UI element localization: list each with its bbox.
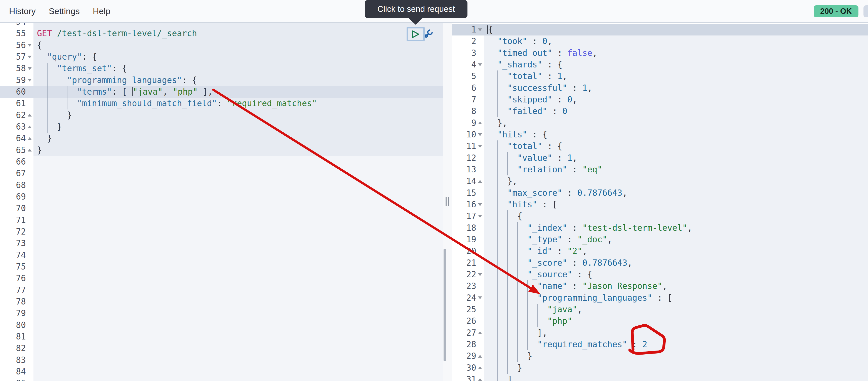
code-line-81[interactable]: 81 (0, 331, 443, 343)
code-line-6[interactable]: 6"successful" : 1, (452, 82, 868, 94)
menu-item-help[interactable]: Help (93, 6, 111, 16)
response-viewer[interactable]: 1{2"took" : 0,3"timed_out" : false,4"_sh… (452, 23, 868, 381)
code-line-84[interactable]: 84 (0, 366, 443, 378)
code-line-19[interactable]: 19"_type" : "_doc", (452, 234, 868, 245)
code-line-content[interactable]: "programming_languages": { (33, 75, 443, 86)
code-line-content[interactable] (33, 191, 443, 203)
code-line-content[interactable] (33, 284, 443, 296)
code-line-content[interactable]: "skipped" : 0, (484, 94, 868, 106)
code-line-content[interactable] (33, 296, 443, 307)
code-line-content[interactable]: "programming_languages" : [ (484, 292, 868, 304)
code-line-content[interactable]: } (33, 144, 443, 156)
code-line-content[interactable]: "_shards" : { (484, 59, 868, 70)
code-line-65[interactable]: 65} (0, 144, 443, 156)
fold-down-icon[interactable] (476, 24, 484, 35)
fold-down-icon[interactable] (26, 75, 33, 86)
code-line-13[interactable]: 13"relation" : "eq" (452, 164, 868, 175)
fold-up-icon[interactable] (26, 133, 33, 144)
code-line-content[interactable]: "required_matches" : 2 (484, 339, 868, 350)
code-line-59[interactable]: 59"programming_languages": { (0, 75, 443, 86)
code-line-content[interactable] (33, 366, 443, 378)
fold-up-icon[interactable] (476, 327, 484, 339)
code-line-85[interactable]: 85 (0, 378, 443, 381)
code-line-content[interactable] (33, 319, 443, 331)
code-line-70[interactable]: 70 (0, 203, 443, 214)
code-line-content[interactable] (33, 23, 443, 28)
fold-down-icon[interactable] (26, 39, 33, 51)
code-line-content[interactable]: "_score" : 0.7876643, (484, 257, 868, 269)
code-line-83[interactable]: 83 (0, 354, 443, 366)
code-line-content[interactable]: "hits" : { (484, 129, 868, 140)
code-line-content[interactable]: "relation" : "eq" (484, 164, 868, 175)
code-line-79[interactable]: 79 (0, 307, 443, 319)
fold-up-icon[interactable] (26, 121, 33, 133)
code-line-content[interactable]: "total" : { (484, 140, 868, 152)
code-line-69[interactable]: 69 (0, 191, 443, 203)
code-line-24[interactable]: 24"programming_languages" : [ (452, 292, 868, 304)
code-line-63[interactable]: 63} (0, 121, 443, 133)
fold-up-icon[interactable] (476, 362, 484, 374)
code-line-55[interactable]: 55GET /test-dsl-term-level/_search (0, 28, 443, 39)
code-line-content[interactable]: }, (484, 175, 868, 187)
code-line-74[interactable]: 74 (0, 250, 443, 261)
code-line-68[interactable]: 68 (0, 179, 443, 191)
code-line-content[interactable] (33, 307, 443, 319)
fold-down-icon[interactable] (476, 199, 484, 210)
code-line-25[interactable]: 25"java", (452, 304, 868, 315)
code-line-content[interactable]: "_source" : { (484, 269, 868, 280)
code-line-71[interactable]: 71 (0, 214, 443, 226)
code-line-27[interactable]: 27], (452, 327, 868, 339)
code-line-26[interactable]: 26"php" (452, 315, 868, 327)
code-line-content[interactable]: { (33, 39, 443, 51)
code-line-content[interactable]: } (33, 121, 443, 133)
code-line-31[interactable]: 31] (452, 374, 868, 381)
fold-up-icon[interactable] (26, 144, 33, 156)
code-line-content[interactable]: }, (484, 117, 868, 129)
code-line-content[interactable]: "took" : 0, (484, 35, 868, 47)
code-line-content[interactable]: } (484, 350, 868, 362)
code-line-82[interactable]: 82 (0, 343, 443, 354)
code-line-29[interactable]: 29} (452, 350, 868, 362)
code-line-3[interactable]: 3"timed_out" : false, (452, 47, 868, 59)
code-line-18[interactable]: 18"_index" : "test-dsl-term-level", (452, 222, 868, 234)
fold-down-icon[interactable] (476, 269, 484, 280)
code-line-content[interactable]: "_index" : "test-dsl-term-level", (484, 222, 868, 234)
code-line-content[interactable]: "java", (484, 304, 868, 315)
code-line-content[interactable] (33, 354, 443, 366)
fold-up-icon[interactable] (476, 175, 484, 187)
code-line-content[interactable] (33, 238, 443, 249)
fold-down-icon[interactable] (476, 59, 484, 70)
code-line-1[interactable]: 1{ (452, 24, 868, 35)
code-line-80[interactable]: 80 (0, 319, 443, 331)
code-line-75[interactable]: 75 (0, 261, 443, 272)
code-line-9[interactable]: 9}, (452, 117, 868, 129)
code-line-content[interactable] (33, 378, 443, 381)
code-line-content[interactable]: "max_score" : 0.7876643, (484, 187, 868, 199)
code-line-8[interactable]: 8"failed" : 0 (452, 106, 868, 117)
code-line-57[interactable]: 57"query": { (0, 51, 443, 63)
code-line-content[interactable]: { (484, 24, 868, 35)
code-line-10[interactable]: 10"hits" : { (452, 129, 868, 140)
code-line-content[interactable]: "php" (484, 315, 868, 327)
panel-resize-handle[interactable] (445, 197, 450, 206)
code-line-content[interactable]: "_id" : "2", (484, 245, 868, 257)
code-line-4[interactable]: 4"_shards" : { (452, 59, 868, 70)
code-line-15[interactable]: 15"max_score" : 0.7876643, (452, 187, 868, 199)
code-line-content[interactable]: "hits" : [ (484, 199, 868, 210)
fold-down-icon[interactable] (476, 210, 484, 222)
code-line-content[interactable]: GET /test-dsl-term-level/_search (33, 28, 443, 39)
fold-down-icon[interactable] (476, 129, 484, 140)
code-line-62[interactable]: 62} (0, 110, 443, 121)
code-line-content[interactable]: "minimum_should_match_field": "required_… (33, 98, 443, 109)
request-editor[interactable]: 5455GET /test-dsl-term-level/_search56{5… (0, 23, 443, 381)
code-line-content[interactable]: { (484, 210, 868, 222)
code-line-2[interactable]: 2"took" : 0, (452, 35, 868, 47)
code-line-content[interactable] (33, 203, 443, 214)
code-line-66[interactable]: 66 (0, 156, 443, 168)
code-line-78[interactable]: 78 (0, 296, 443, 307)
code-line-content[interactable] (33, 343, 443, 354)
menu-item-settings[interactable]: Settings (49, 6, 80, 16)
code-line-content[interactable] (33, 226, 443, 238)
code-line-73[interactable]: 73 (0, 238, 443, 249)
fold-down-icon[interactable] (26, 63, 33, 74)
